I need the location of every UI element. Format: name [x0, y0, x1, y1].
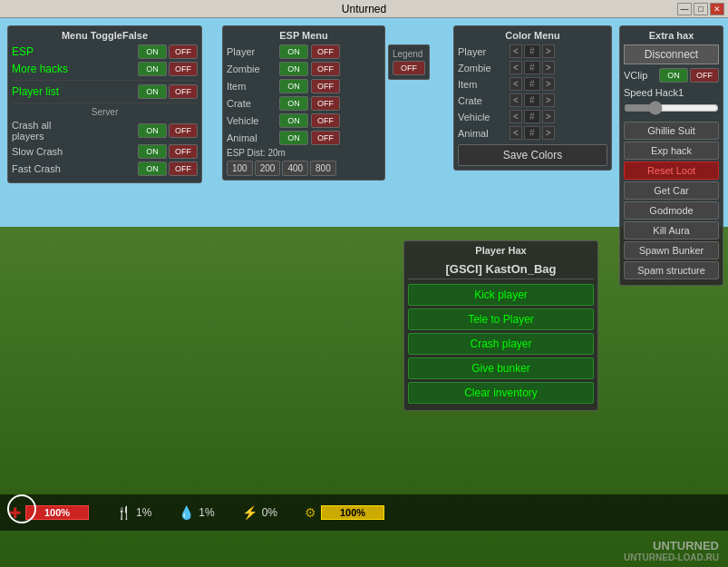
stamina-value: 0% [262, 506, 277, 519]
color-item-label: Item [458, 79, 508, 90]
esp-player-off[interactable]: OFF [311, 44, 340, 59]
color-player-right[interactable]: > [542, 44, 555, 58]
color-crate-label: Crate [458, 95, 508, 106]
color-player-label: Player [458, 46, 508, 57]
title-bar: Unturned — □ ✕ [0, 0, 728, 18]
legend-off[interactable]: OFF [393, 61, 425, 75]
menu-panel-title: Menu ToggleFalse [12, 30, 198, 41]
clear-inventory-button[interactable]: Clear inventory [408, 382, 594, 404]
tele-to-player-button[interactable]: Tele to Player [408, 308, 594, 330]
health-value: 100% [44, 507, 70, 518]
color-player-hash: # [524, 44, 540, 58]
player-list-off-button[interactable]: OFF [169, 84, 198, 99]
extra-panel-title: Extra hax [624, 30, 719, 41]
esp-vehicle-on[interactable]: ON [279, 113, 308, 128]
fast-crash-on-button[interactable]: ON [138, 161, 167, 176]
stamina-icon: ⚡ [242, 505, 257, 520]
exp-hack-button[interactable]: Exp hack [624, 142, 719, 160]
close-button[interactable]: ✕ [710, 3, 724, 15]
esp-off-button[interactable]: OFF [169, 44, 198, 59]
esp-on-button[interactable]: ON [138, 44, 167, 59]
crash-all-on-button[interactable]: ON [138, 123, 167, 138]
esp-item-off[interactable]: OFF [311, 79, 340, 93]
slow-crash-label: Slow Crash [12, 146, 63, 157]
water-value: 1% [199, 506, 214, 519]
fast-crash-off-button[interactable]: OFF [169, 161, 198, 176]
vclip-off[interactable]: OFF [690, 68, 719, 83]
esp-vehicle-off[interactable]: OFF [311, 113, 340, 128]
bottom-hud: ✚ 100% 🍴 1% 💧 1% ⚡ 0% ⚙ 100% [0, 494, 728, 531]
esp-crate-label: Crate [227, 98, 277, 109]
esp-panel-title: ESP Menu [227, 30, 381, 41]
color-vehicle-left[interactable]: < [510, 110, 522, 123]
spawn-bunker-button[interactable]: Spawn Bunker [624, 241, 719, 259]
food-hud: 🍴 1% [116, 505, 151, 520]
color-item-left[interactable]: < [510, 77, 522, 91]
vclip-label: VClip [624, 70, 647, 81]
ghillie-suit-button[interactable]: Ghillie Suit [624, 122, 719, 140]
color-crate-left[interactable]: < [510, 93, 522, 107]
spam-structure-button[interactable]: Spam structure [624, 261, 719, 279]
water-icon: 💧 [179, 505, 194, 520]
window-title: Unturned [342, 3, 386, 15]
kill-aura-button[interactable]: Kill Aura [624, 221, 719, 240]
esp-crate-off[interactable]: OFF [311, 96, 340, 111]
dist-200-button[interactable]: 200 [255, 161, 281, 176]
esp-zombie-on[interactable]: ON [279, 62, 308, 76]
watermark-main: UNTURNED [624, 539, 719, 552]
vehicle-bar: 100% [321, 505, 384, 520]
food-icon: 🍴 [116, 505, 131, 520]
esp-item-label: Item [227, 81, 277, 92]
esp-dist-label: ESP Dist: 20m [227, 148, 286, 158]
dist-800-button[interactable]: 800 [310, 161, 336, 176]
color-item-hash: # [524, 77, 540, 91]
esp-zombie-label: Zombie [227, 64, 277, 74]
esp-crate-on[interactable]: ON [279, 96, 308, 111]
dist-100-button[interactable]: 100 [227, 161, 253, 176]
slow-crash-on-button[interactable]: ON [138, 144, 167, 159]
more-hacks-off-button[interactable]: OFF [169, 62, 198, 76]
esp-animal-off[interactable]: OFF [311, 131, 340, 145]
color-crate-right[interactable]: > [542, 93, 555, 107]
water-hud: 💧 1% [179, 505, 214, 520]
crash-all-label: Crash allplayers [12, 120, 51, 142]
speed-hack-slider[interactable] [624, 101, 719, 115]
disconnect-button[interactable]: Disconnect [624, 44, 719, 64]
color-animal-hash: # [524, 126, 540, 140]
esp-zombie-off[interactable]: OFF [311, 62, 340, 76]
player-panel-title: Player Hax [408, 245, 594, 256]
maximize-button[interactable]: □ [694, 3, 708, 15]
reset-loot-button[interactable]: Reset Loot [624, 161, 719, 180]
color-zombie-label: Zombie [458, 63, 508, 73]
speed-hack-label: Speed Hack1 [624, 87, 684, 98]
color-animal-right[interactable]: > [542, 126, 555, 140]
crash-player-button[interactable]: Crash player [408, 333, 594, 355]
esp-vehicle-label: Vehicle [227, 115, 277, 126]
esp-item-on[interactable]: ON [279, 79, 308, 93]
get-car-button[interactable]: Get Car [624, 181, 719, 200]
color-player-left[interactable]: < [510, 44, 522, 58]
color-panel-title: Color Menu [458, 30, 607, 41]
legend-label: Legend [393, 49, 425, 59]
color-item-right[interactable]: > [542, 77, 555, 91]
crash-all-off-button[interactable]: OFF [169, 123, 198, 138]
save-colors-button[interactable]: Save Colors [458, 144, 607, 166]
kick-player-button[interactable]: Kick player [408, 284, 594, 306]
watermark-sub: UNTURNED-LOAD.RU [624, 552, 719, 562]
color-zombie-left[interactable]: < [510, 61, 522, 74]
esp-animal-on[interactable]: ON [279, 131, 308, 145]
watermark: UNTURNED UNTURNED-LOAD.RU [624, 539, 719, 562]
minimize-button[interactable]: — [677, 3, 692, 15]
vclip-on[interactable]: ON [659, 68, 688, 83]
color-zombie-hash: # [524, 61, 540, 74]
slow-crash-off-button[interactable]: OFF [169, 144, 198, 159]
dist-400-button[interactable]: 400 [282, 161, 308, 176]
more-hacks-on-button[interactable]: ON [138, 62, 167, 76]
godmode-button[interactable]: Godmode [624, 201, 719, 220]
color-zombie-right[interactable]: > [542, 61, 555, 74]
give-bunker-button[interactable]: Give bunker [408, 357, 594, 379]
esp-player-on[interactable]: ON [279, 44, 308, 59]
color-vehicle-right[interactable]: > [542, 110, 555, 123]
color-animal-left[interactable]: < [510, 126, 522, 140]
player-list-on-button[interactable]: ON [138, 84, 167, 99]
